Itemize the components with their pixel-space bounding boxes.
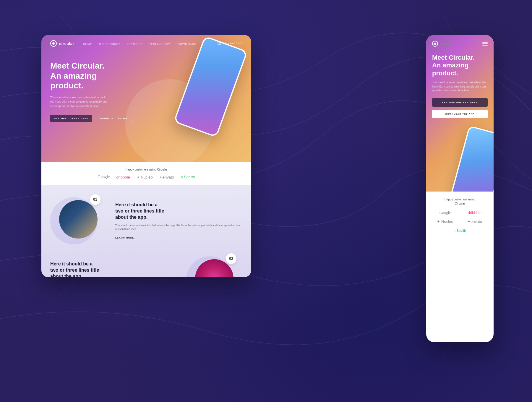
hamburger-line-3 [482, 45, 488, 46]
mobile-nav-logo-text: circular [440, 42, 452, 46]
desktop-nav-links: HOME THE PRODUCT FEATURES TECHNOLOGY DOW… [83, 41, 196, 46]
mobile-hero: circular Meet Circular.An amazingproduct… [426, 35, 494, 192]
feature-1-image [59, 200, 98, 239]
feature-1-learn-more[interactable]: LEARN MORE → [115, 236, 138, 239]
desktop-nav-contact[interactable]: CONTACT US [218, 42, 242, 45]
mobile-envato-logo: ✦envato [461, 219, 488, 224]
explore-features-button[interactable]: EXPLORE OUR FEATURES [50, 115, 92, 122]
google-logo: Google [98, 175, 110, 179]
mobile-customers-logos: Google dribbble ✦ Nucleo ✦envato ♫ Spoti… [432, 210, 488, 233]
mail-icon [218, 42, 221, 45]
nav-item-product[interactable]: THE PRODUCT [98, 41, 120, 46]
mobile-nav: circular [432, 41, 488, 47]
mobile-nucleo-logo: ✦ Nucleo [432, 219, 459, 224]
mobile-spotify-row: ♫ Spotify [432, 228, 488, 233]
feature-1-title: Here it should be atwo or three lines ti… [115, 202, 242, 220]
feature-2-text: Here it should be atwo or three lines ti… [50, 261, 177, 277]
feature-2-number: 02 [226, 253, 236, 264]
feature-1-description: This should be some description text to … [115, 223, 242, 231]
mobile-phone-body [448, 125, 494, 192]
hamburger-line-2 [482, 43, 488, 44]
hamburger-line-1 [482, 42, 488, 43]
feature-2-images: 02 [186, 253, 242, 277]
mobile-google-logo: Google [432, 210, 459, 215]
feature-row-1: 01 Here it should be atwo or three lines… [50, 194, 242, 247]
mobile-nav-logo: circular [432, 41, 452, 47]
desktop-hero-buttons: EXPLORE OUR FEATURES DOWNLOAD THE APP [50, 115, 242, 122]
nav-item-technology[interactable]: TECHNOLOGY [149, 41, 170, 46]
nav-item-home[interactable]: HOME [83, 41, 92, 46]
desktop-nav-logo-text: circular [59, 41, 74, 46]
desktop-hero-content: Meet Circular.An amazingproduct. This sh… [41, 52, 251, 122]
mobile-phone-screen [450, 127, 494, 192]
desktop-hero-description: This should be some description text to … [50, 95, 109, 108]
nav-item-downloads[interactable]: DOWNLOADS [177, 41, 196, 46]
mobile-dribbble-logo: dribbble [461, 210, 488, 215]
desktop-mockup: circular HOME THE PRODUCT FEATURES TECHN… [41, 35, 251, 277]
dribbble-logo: dribbble [116, 175, 130, 179]
mobile-customers-section: Happy customers usingCircular Google dri… [426, 192, 494, 239]
desktop-nav-logo: circular [50, 40, 74, 47]
feature-1-text: Here it should be atwo or three lines ti… [115, 202, 242, 240]
desktop-customers-section: Happy customers using Circular Google dr… [41, 162, 251, 185]
mobile-hamburger-button[interactable] [482, 42, 488, 46]
desktop-features-section: 01 Here it should be atwo or three lines… [41, 185, 251, 277]
mobile-hero-title: Meet Circular.An amazingproduct. [432, 54, 488, 77]
feature-1-images: 01 [50, 194, 106, 247]
ocean-image [59, 200, 98, 239]
mobile-mockup: circular Meet Circular.An amazingproduct… [426, 35, 494, 342]
mobile-hero-phone [448, 125, 494, 192]
feature-row-2: Here it should be atwo or three lines ti… [50, 253, 242, 277]
circular-logo-icon [50, 40, 57, 47]
desktop-nav: circular HOME THE PRODUCT FEATURES TECHN… [41, 35, 251, 52]
nucleo-logo: ✦ Nucleo [137, 175, 153, 179]
nav-item-features[interactable]: FEATURES [127, 41, 143, 46]
desktop-hero-title: Meet Circular.An amazingproduct. [50, 61, 242, 91]
mobile-download-app-button[interactable]: DOWNLOAD THE APP [432, 110, 488, 118]
customers-logos: Google dribbble ✦ Nucleo ✦envato ♫ Spoti… [50, 175, 242, 179]
mobile-hero-description: This should be some description text to … [432, 81, 488, 93]
spotify-logo: ♫ Spotify [181, 175, 195, 179]
feature-1-number: 01 [90, 194, 100, 205]
feature-2-title: Here it should be atwo or three lines ti… [50, 261, 177, 277]
customers-title: Happy customers using Circular [50, 168, 242, 171]
mobile-logo-icon [432, 41, 438, 47]
desktop-hero: circular HOME THE PRODUCT FEATURES TECHN… [41, 35, 251, 162]
mobile-explore-features-button[interactable]: EXPLORE OUR FEATURES [432, 98, 488, 107]
mobile-customers-title: Happy customers usingCircular [432, 197, 488, 206]
envato-logo: ✦envato [159, 175, 174, 179]
download-app-button[interactable]: DOWNLOAD THE APP [96, 115, 132, 122]
